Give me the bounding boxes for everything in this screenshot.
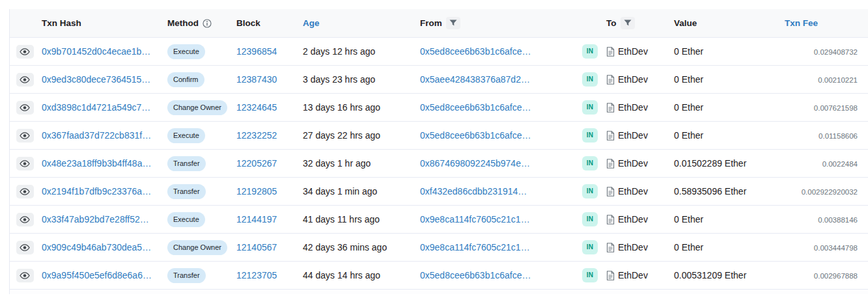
from-address-link[interactable]: 0x5aee428438376a87d2… [420,74,530,85]
eye-icon [20,188,30,195]
to-name-link[interactable]: EthDev [618,214,648,225]
to-name-link[interactable]: EthDev [618,130,648,141]
from-filter-button[interactable] [446,17,460,29]
value-text: 0.01502289 Ether [674,158,746,169]
view-details-button[interactable] [16,157,34,170]
method-badge: Transfer [167,268,206,283]
table-row: 0x2194f1b7dfb9c23376a… Transfer 12192805… [10,178,868,206]
to-name-link[interactable]: EthDev [618,74,648,85]
from-address-link[interactable]: 0x5ed8cee6b63b1c6afce… [420,130,531,141]
value-text: 0 Ether [674,130,703,141]
to-name-link[interactable]: EthDev [618,158,648,169]
document-icon [606,187,615,197]
to-name-link[interactable]: EthDev [618,242,648,252]
view-details-button[interactable] [16,241,34,254]
view-details-button[interactable] [16,213,34,226]
txn-hash-link[interactable]: 0x9b701452d0c4ecae1b… [42,46,150,57]
age-text: 2 days 12 hrs ago [303,46,375,57]
filter-funnel-icon [449,20,457,27]
from-address-link[interactable]: 0x8674698092245b974e… [420,158,530,169]
table-row: 0x367faad37d722cb831f… Execute 12232252 … [10,122,868,150]
age-text: 32 days 1 hr ago [303,158,371,169]
from-address-link[interactable]: 0xf432ed86cdbb231914… [420,186,527,197]
from-address-link[interactable]: 0x5ed8cee6b63b1c6afce… [420,46,531,57]
block-link[interactable]: 12123705 [236,270,277,280]
block-link[interactable]: 12387430 [236,74,277,85]
view-details-button[interactable] [16,101,34,115]
eye-icon [20,160,30,167]
direction-badge: IN [582,72,598,87]
direction-badge: IN [582,268,598,282]
method-badge: Execute [167,44,205,59]
eye-icon [20,76,30,83]
txn-fee-text: 0.01158606 [819,132,858,140]
txn-fee-text: 0.003444798 [814,244,858,252]
method-badge: Confirm [167,72,204,87]
txn-fee-text: 0.00210221 [818,76,858,84]
to-name-link[interactable]: EthDev [618,102,648,113]
value-text: 0 Ether [674,46,703,57]
block-link[interactable]: 12144197 [236,214,277,225]
txn-fee-text: 0.002922920032 [802,188,858,196]
to-name-link[interactable]: EthDev [618,46,648,57]
view-details-button[interactable] [16,269,34,282]
document-icon [606,271,615,280]
value-text: 0 Ether [674,214,703,225]
direction-badge: IN [582,240,598,254]
method-badge: Change Owner [167,240,227,255]
eye-icon [20,132,30,139]
value-text: 0 Ether [674,242,703,252]
txn-fee-text: 0.007621598 [814,104,858,112]
txn-hash-link[interactable]: 0x367faad37d722cb831f… [42,130,151,141]
to-name-link[interactable]: EthDev [618,270,648,280]
view-details-button[interactable] [16,73,34,87]
header-from: From [420,17,574,29]
eye-icon [20,272,30,279]
header-age[interactable]: Age [303,18,420,28]
method-badge: Execute [167,128,205,143]
txn-hash-link[interactable]: 0x9ed3c80dece7364515… [42,74,150,85]
block-link[interactable]: 12205267 [236,158,277,169]
txn-hash-link[interactable]: 0x9a95f450e5ef6d8e6a6… [42,270,152,280]
block-link[interactable]: 12192805 [236,186,277,197]
method-info-icon[interactable] [203,19,212,28]
value-text: 0 Ether [674,102,703,113]
table-row: 0xd3898c1d4721a549c7… Change Owner 12324… [10,94,868,122]
block-link[interactable]: 12140567 [236,242,277,252]
card-footer-strip [10,290,868,294]
document-icon [606,75,615,85]
block-link[interactable]: 12396854 [236,46,277,57]
view-details-button[interactable] [16,45,34,59]
table-row: 0x33f47ab92bd7e28ff52… Execute 12144197 … [10,206,868,234]
block-link[interactable]: 12324645 [236,102,277,113]
direction-badge: IN [582,184,598,198]
document-icon [606,215,615,225]
from-address-link[interactable]: 0x5ed8cee6b63b1c6afce… [420,102,531,113]
from-address-link[interactable]: 0x9e8ca114fc7605c21c1… [420,242,530,252]
document-icon [606,103,615,113]
document-icon [606,131,615,141]
table-row: 0x9a95f450e5ef6d8e6a6… Transfer 12123705… [10,262,868,290]
document-icon [606,159,615,169]
view-details-button[interactable] [16,185,34,198]
txn-fee-text: 0.0022484 [822,160,858,168]
txn-hash-link[interactable]: 0x33f47ab92bd7e28ff52… [42,214,149,225]
txn-hash-link[interactable]: 0x909c49b46ab730dea5… [42,242,151,252]
to-name-link[interactable]: EthDev [618,186,648,197]
table-row: 0x9b701452d0c4ecae1b… Execute 12396854 2… [10,38,868,66]
view-details-button[interactable] [16,129,34,143]
info-circle-icon [203,19,212,28]
from-address-link[interactable]: 0x5ed8cee6b63b1c6afce… [420,270,531,280]
age-text: 3 days 23 hrs ago [303,74,375,85]
txn-hash-link[interactable]: 0x48e23a18ff9b3b4ff48a… [42,158,151,169]
to-filter-button[interactable] [621,17,635,29]
method-badge: Change Owner [167,100,227,115]
from-address-link[interactable]: 0x9e8ca114fc7605c21c1… [420,214,530,225]
txn-hash-link[interactable]: 0x2194f1b7dfb9c23376a… [42,186,151,197]
table-header: Txn Hash Method Block Age From To [10,9,868,38]
table-body: 0x9b701452d0c4ecae1b… Execute 12396854 2… [10,38,868,290]
txn-hash-link[interactable]: 0xd3898c1d4721a549c7… [42,102,150,113]
filter-funnel-icon [624,20,632,27]
header-txn-fee[interactable]: Txn Fee [782,18,868,28]
block-link[interactable]: 12232252 [236,130,277,141]
